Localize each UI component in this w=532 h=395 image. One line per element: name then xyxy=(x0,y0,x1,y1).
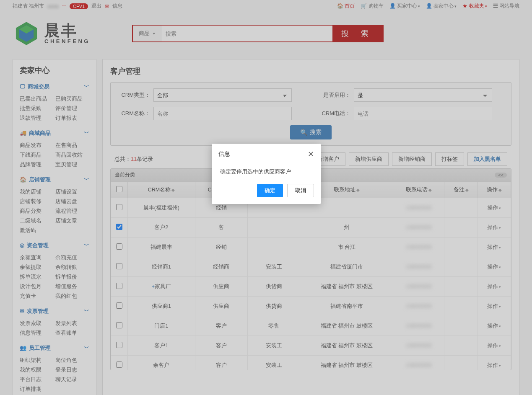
confirm-button[interactable]: 确定 xyxy=(257,184,283,197)
cancel-button[interactable]: 取消 xyxy=(287,184,314,197)
modal-body: 确定要停用选中的供应商客户 xyxy=(212,165,321,184)
close-icon[interactable]: ✕ xyxy=(308,150,314,159)
confirm-modal: 信息 ✕ 确定要停用选中的供应商客户 确定 取消 xyxy=(212,144,321,204)
modal-title: 信息 xyxy=(218,150,230,158)
